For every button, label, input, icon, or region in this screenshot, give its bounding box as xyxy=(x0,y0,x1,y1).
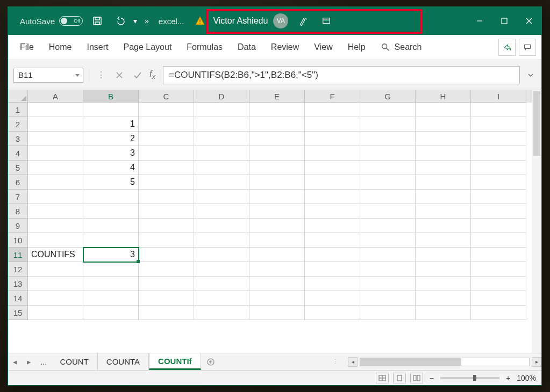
cell-F4[interactable] xyxy=(305,146,360,161)
cell-E9[interactable] xyxy=(249,219,305,233)
undo-icon[interactable] xyxy=(112,13,128,29)
cancel-formula-icon[interactable] xyxy=(113,69,126,82)
cell-G8[interactable] xyxy=(360,204,416,219)
cell-B4[interactable]: 3 xyxy=(83,146,139,161)
ribbon-display-icon[interactable] xyxy=(318,13,334,29)
cell-I4[interactable] xyxy=(471,146,526,161)
cell-C5[interactable] xyxy=(139,161,194,175)
column-header-F[interactable]: F xyxy=(305,90,360,103)
cell-H2[interactable] xyxy=(416,117,471,132)
cell-A2[interactable] xyxy=(28,117,83,132)
cell-E5[interactable] xyxy=(249,161,305,175)
cell-D3[interactable] xyxy=(194,132,249,146)
cell-F3[interactable] xyxy=(305,132,360,146)
cell-H12[interactable] xyxy=(416,262,471,277)
close-button[interactable] xyxy=(517,7,541,35)
cell-G9[interactable] xyxy=(360,219,416,233)
cell-F10[interactable] xyxy=(305,233,360,248)
cell-H5[interactable] xyxy=(416,161,471,175)
cell-F13[interactable] xyxy=(305,277,360,291)
cell-G12[interactable] xyxy=(360,262,416,277)
minimize-button[interactable] xyxy=(467,7,492,35)
cell-D5[interactable] xyxy=(194,161,249,175)
row-header-1[interactable]: 1 xyxy=(8,103,28,117)
cell-C15[interactable] xyxy=(139,306,194,320)
cell-B7[interactable] xyxy=(83,190,139,204)
cell-A5[interactable] xyxy=(28,161,83,175)
cell-D7[interactable] xyxy=(194,190,249,204)
cell-E13[interactable] xyxy=(249,277,305,291)
zoom-out-button[interactable]: − xyxy=(427,374,436,382)
maximize-button[interactable] xyxy=(492,7,517,35)
expand-formula-bar-icon[interactable] xyxy=(525,72,536,78)
zoom-level[interactable]: 100% xyxy=(517,374,536,382)
cell-C7[interactable] xyxy=(139,190,194,204)
cell-C10[interactable] xyxy=(139,233,194,248)
user-avatar[interactable]: VA xyxy=(273,13,288,28)
cell-G7[interactable] xyxy=(360,190,416,204)
cell-F2[interactable] xyxy=(305,117,360,132)
cell-E1[interactable] xyxy=(249,103,305,117)
cell-I9[interactable] xyxy=(471,219,526,233)
cell-I5[interactable] xyxy=(471,161,526,175)
cell-H3[interactable] xyxy=(416,132,471,146)
autosave-toggle[interactable]: Off xyxy=(59,16,83,26)
row-header-11[interactable]: 11 xyxy=(8,248,28,262)
tell-me-search[interactable]: Search xyxy=(381,42,422,52)
cell-G6[interactable] xyxy=(360,175,416,190)
cell-B8[interactable] xyxy=(83,204,139,219)
column-header-I[interactable]: I xyxy=(471,90,526,103)
sheet-tab-countif[interactable]: COUNTIf xyxy=(149,353,201,370)
cell-H4[interactable] xyxy=(416,146,471,161)
page-break-view-icon[interactable] xyxy=(410,373,423,383)
cell-I13[interactable] xyxy=(471,277,526,291)
cell-A9[interactable] xyxy=(28,219,83,233)
cell-C13[interactable] xyxy=(139,277,194,291)
cell-B5[interactable]: 4 xyxy=(83,161,139,175)
cell-A15[interactable] xyxy=(28,306,83,320)
row-header-3[interactable]: 3 xyxy=(8,132,28,146)
cell-H13[interactable] xyxy=(416,277,471,291)
row-header-9[interactable]: 9 xyxy=(8,219,28,233)
cell-D10[interactable] xyxy=(194,233,249,248)
cell-F8[interactable] xyxy=(305,204,360,219)
cell-B2[interactable]: 1 xyxy=(83,117,139,132)
row-header-14[interactable]: 14 xyxy=(8,291,28,306)
cell-D9[interactable] xyxy=(194,219,249,233)
cell-C14[interactable] xyxy=(139,291,194,306)
cell-D4[interactable] xyxy=(194,146,249,161)
formula-dropdown-icon[interactable]: ⋮ xyxy=(95,69,108,82)
cell-I6[interactable] xyxy=(471,175,526,190)
enter-formula-icon[interactable] xyxy=(131,69,144,82)
cell-D6[interactable] xyxy=(194,175,249,190)
cell-C8[interactable] xyxy=(139,204,194,219)
cell-C3[interactable] xyxy=(139,132,194,146)
scrollbar-thumb[interactable] xyxy=(533,91,540,156)
cell-E11[interactable] xyxy=(249,248,305,262)
cell-C11[interactable] xyxy=(139,248,194,262)
cell-A14[interactable] xyxy=(28,291,83,306)
ribbon-tab-file[interactable]: File xyxy=(13,35,40,60)
cell-D13[interactable] xyxy=(194,277,249,291)
cell-G3[interactable] xyxy=(360,132,416,146)
cell-I14[interactable] xyxy=(471,291,526,306)
zoom-in-button[interactable]: + xyxy=(504,374,512,382)
vertical-scrollbar[interactable] xyxy=(532,90,541,353)
cell-E15[interactable] xyxy=(249,306,305,320)
cell-H7[interactable] xyxy=(416,190,471,204)
cell-C1[interactable] xyxy=(139,103,194,117)
cell-A3[interactable] xyxy=(28,132,83,146)
cell-H11[interactable] xyxy=(416,248,471,262)
scrollbar-thumb[interactable] xyxy=(360,358,461,366)
cell-A6[interactable] xyxy=(28,175,83,190)
cell-B13[interactable] xyxy=(83,277,139,291)
normal-view-icon[interactable] xyxy=(376,373,389,383)
cell-B1[interactable] xyxy=(83,103,139,117)
row-header-2[interactable]: 2 xyxy=(8,117,28,132)
tab-overflow-ellipsis[interactable]: ... xyxy=(36,357,52,366)
autosave-control[interactable]: AutoSave Off xyxy=(20,16,83,26)
cell-A10[interactable] xyxy=(28,233,83,248)
row-header-8[interactable]: 8 xyxy=(8,204,28,219)
column-header-A[interactable]: A xyxy=(28,90,83,103)
cell-H9[interactable] xyxy=(416,219,471,233)
